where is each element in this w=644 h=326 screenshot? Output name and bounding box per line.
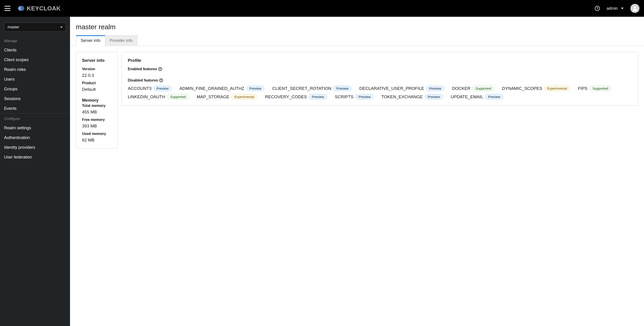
logo[interactable]: KEYCLOAK (17, 4, 61, 12)
feature-badge: Supported (590, 86, 611, 91)
sidebar-item-events[interactable]: Events (0, 104, 70, 113)
total-memory-label: Total memory (82, 104, 112, 108)
feature-name: DOCKER (452, 86, 470, 91)
feature-badge: Supported (472, 86, 494, 91)
info-icon[interactable]: ? (158, 67, 162, 71)
feature-name: FIPS (578, 86, 587, 91)
help-icon[interactable]: ? (595, 6, 600, 11)
feature-name: TOKEN_EXCHANGE (381, 94, 422, 99)
feature-badge: Preview (333, 86, 352, 91)
feature-badge: Preview (309, 94, 327, 100)
realm-selector[interactable]: master (4, 23, 66, 32)
feature-name: SCRIPTS (335, 94, 354, 99)
feature-badge: Supported (167, 94, 189, 100)
feature-badge: Preview (485, 94, 503, 100)
memory-title: Memory (82, 98, 112, 103)
feature-item: ADMIN_FINE_GRAINED_AUTHZPreview (180, 86, 264, 91)
caret-down-icon (621, 8, 624, 9)
sidebar-item-sessions[interactable]: Sessions (0, 94, 70, 104)
enabled-features-heading: Enabled features ? (128, 67, 632, 71)
free-memory-label: Free memory (82, 118, 112, 122)
used-memory-label: Used memory (82, 132, 112, 136)
server-info-card: Server info Version 22.0.3 Product Defau… (76, 52, 118, 149)
feature-name: MAP_STORAGE (197, 94, 229, 99)
tabs: Server infoProvider info (70, 35, 644, 46)
feature-item: RECOVERY_CODESPreview (265, 94, 327, 100)
feature-name: ACCOUNT3 (128, 86, 152, 91)
feature-name: UPDATE_EMAIL (451, 94, 483, 99)
sidebar-item-groups[interactable]: Groups (0, 84, 70, 94)
feature-item: SCRIPTSPreview (335, 94, 374, 100)
feature-item: UPDATE_EMAILPreview (451, 94, 504, 100)
version-value: 22.0.3 (82, 73, 112, 78)
feature-badge: Preview (426, 86, 444, 91)
enabled-features-label: Enabled features (128, 67, 157, 71)
disabled-features-list: ACCOUNT3PreviewADMIN_FINE_GRAINED_AUTHZP… (128, 86, 632, 100)
feature-name: CLIENT_SECRET_ROTATION (272, 86, 331, 91)
product-label: Product (82, 81, 112, 85)
total-memory-value: 455 MB (82, 110, 112, 115)
logo-icon (17, 4, 25, 12)
sidebar-item-user-federation[interactable]: User federation (0, 152, 70, 162)
disabled-features-label: Disabled features (128, 78, 158, 82)
feature-badge: Preview (355, 94, 374, 100)
feature-name: DYNAMIC_SCOPES (502, 86, 542, 91)
sidebar: master ManageClientsClient scopesRealm r… (0, 17, 70, 326)
sidebar-item-clients[interactable]: Clients (0, 45, 70, 55)
feature-item: CLIENT_SECRET_ROTATIONPreview (272, 86, 352, 91)
used-memory-value: 62 MB (82, 138, 112, 143)
profile-card: Profile Enabled features ? Disabled feat… (122, 52, 638, 106)
server-info-title: Server info (82, 58, 112, 63)
feature-name: ADMIN_FINE_GRAINED_AUTHZ (180, 86, 244, 91)
feature-name: RECOVERY_CODES (265, 94, 307, 99)
feature-item: DECLARATIVE_USER_PROFILEPreview (360, 86, 444, 91)
feature-item: FIPSSupported (578, 86, 611, 91)
realm-selector-label: master (8, 25, 19, 29)
feature-item: DYNAMIC_SCOPESExperimental (502, 86, 570, 91)
sidebar-item-identity-providers[interactable]: Identity providers (0, 143, 70, 152)
disabled-features-heading: Disabled features ? (128, 78, 632, 82)
feature-badge: Preview (246, 86, 264, 91)
svg-marker-2 (21, 6, 24, 11)
feature-name: DECLARATIVE_USER_PROFILE (360, 86, 424, 91)
feature-badge: Experimental (544, 86, 570, 91)
sidebar-item-users[interactable]: Users (0, 74, 70, 84)
hamburger-icon[interactable] (4, 6, 10, 11)
feature-badge: Experimental (231, 94, 258, 100)
free-memory-value: 393 MB (82, 124, 112, 129)
feature-badge: Preview (425, 94, 443, 100)
brand-text: KEYCLOAK (27, 5, 61, 12)
product-value: Default (82, 87, 112, 92)
nav-heading: Manage (0, 36, 70, 45)
page-title: master realm (70, 17, 644, 35)
header: KEYCLOAK ? admin (0, 0, 644, 17)
tab-server-info[interactable]: Server info (76, 35, 105, 46)
sidebar-item-client-scopes[interactable]: Client scopes (0, 55, 70, 65)
main: master realm Server infoProvider info Se… (70, 17, 644, 326)
sidebar-item-realm-settings[interactable]: Realm settings (0, 123, 70, 133)
feature-item: MAP_STORAGEExperimental (197, 94, 258, 100)
sidebar-item-authentication[interactable]: Authentication (0, 133, 70, 143)
nav-heading: Configure (0, 114, 70, 123)
version-label: Version (82, 67, 112, 71)
feature-item: LINKEDIN_OAUTHSupported (128, 94, 189, 100)
feature-badge: Preview (154, 86, 172, 91)
sidebar-item-realm-roles[interactable]: Realm roles (0, 65, 70, 74)
feature-name: LINKEDIN_OAUTH (128, 94, 165, 99)
user-menu[interactable]: admin (606, 6, 624, 11)
feature-item: ACCOUNT3Preview (128, 86, 172, 91)
caret-down-icon (60, 27, 62, 28)
feature-item: DOCKERSupported (452, 86, 494, 91)
feature-item: TOKEN_EXCHANGEPreview (381, 94, 443, 100)
avatar[interactable] (630, 4, 640, 13)
user-name: admin (606, 6, 618, 11)
profile-title: Profile (128, 58, 632, 63)
info-icon[interactable]: ? (159, 78, 163, 82)
svg-point-3 (634, 6, 636, 8)
tab-provider-info[interactable]: Provider info (105, 35, 137, 46)
